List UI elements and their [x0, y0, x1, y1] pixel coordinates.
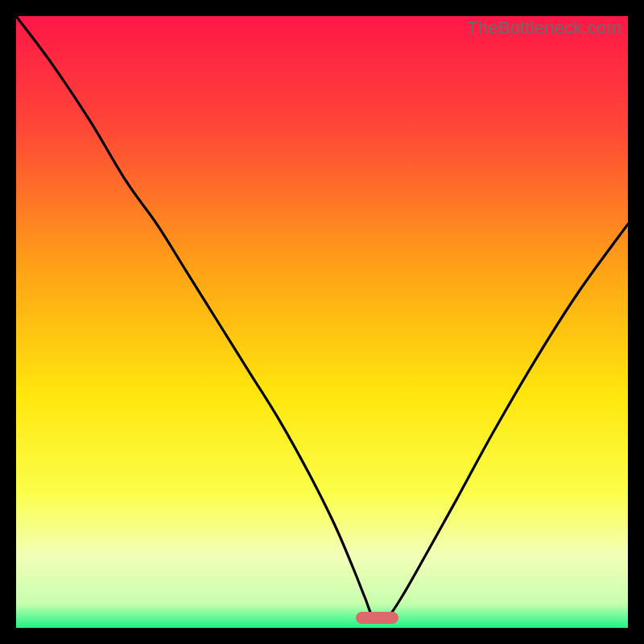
optimal-marker: [356, 612, 398, 624]
watermark-text: TheBottleneck.com: [467, 18, 621, 39]
chart-frame: TheBottleneck.com: [16, 16, 628, 628]
bottleneck-curve: [16, 16, 628, 628]
plot-area: TheBottleneck.com: [16, 16, 628, 628]
